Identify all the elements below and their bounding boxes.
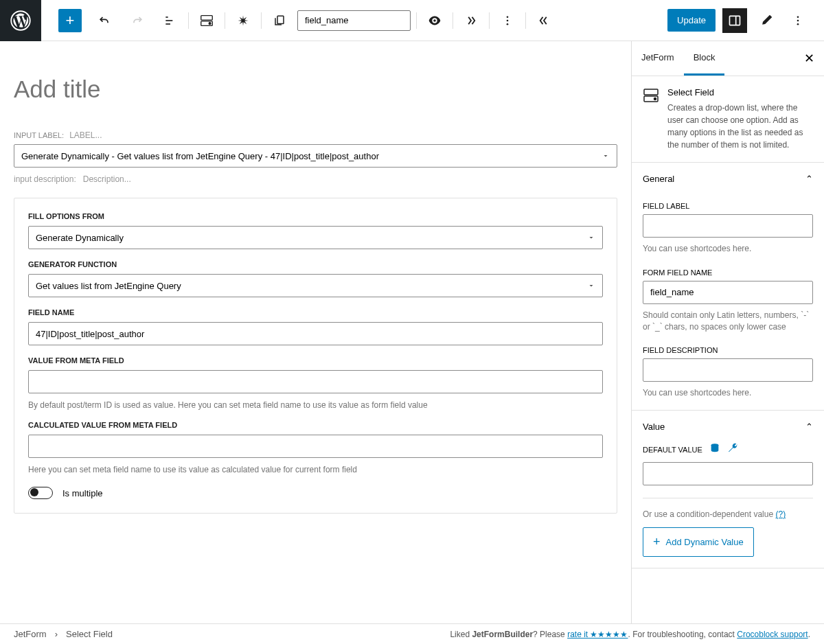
is-multiple-toggle[interactable]: [28, 487, 53, 499]
more-menu-icon[interactable]: [786, 8, 810, 33]
undo-button[interactable]: [92, 8, 117, 33]
input-label-prefix: INPUT LABEL:: [14, 131, 64, 139]
document-overview-button[interactable]: [158, 8, 183, 33]
desc-placeholder[interactable]: Description...: [83, 174, 131, 184]
svg-point-10: [507, 23, 509, 25]
field-name-toolbar-input[interactable]: [297, 10, 411, 31]
breadcrumb[interactable]: JetForm › Select Field: [14, 629, 113, 639]
wp-logo[interactable]: [0, 0, 41, 41]
asterisk-icon[interactable]: [231, 8, 255, 33]
main-select-field[interactable]: Generate Dynamically - Get values list f…: [14, 144, 617, 168]
tab-jetform[interactable]: JetForm: [632, 41, 684, 76]
calc-value-label: Calculated value from meta field: [28, 421, 603, 429]
value-meta-input[interactable]: [28, 370, 603, 393]
wrench-icon[interactable]: [727, 443, 738, 457]
field-name-label: Field Name: [28, 308, 603, 317]
copy-icon[interactable]: [267, 8, 292, 33]
editor-canvas: INPUT LABEL: LABEL... Generate Dynamical…: [0, 41, 632, 623]
field-description-label: Field Description: [643, 346, 813, 354]
calc-value-input[interactable]: [28, 435, 603, 458]
form-field-name-label: Form field name: [643, 268, 813, 277]
condition-text: Or use a condition-dependent value (?): [643, 498, 813, 519]
field-label-input[interactable]: [643, 214, 813, 238]
svg-rect-1: [165, 16, 168, 18]
visibility-icon[interactable]: [422, 8, 447, 33]
rate-link[interactable]: rate it ★★★★★: [567, 630, 628, 639]
chevron-up-icon: ⌃: [805, 422, 813, 432]
block-type-icon[interactable]: [194, 8, 219, 33]
support-link[interactable]: Crocoblock support: [737, 630, 808, 639]
chevron-left-icon[interactable]: [531, 8, 556, 33]
field-label-label: Field Label: [643, 202, 813, 210]
form-field-name-input[interactable]: [643, 281, 813, 304]
svg-rect-11: [730, 16, 740, 25]
add-block-button[interactable]: +: [58, 9, 82, 32]
input-label-placeholder[interactable]: LABEL...: [69, 130, 102, 140]
svg-rect-7: [277, 16, 284, 23]
svg-point-9: [507, 19, 509, 21]
update-button[interactable]: Update: [667, 9, 716, 32]
top-toolbar: + Update: [0, 0, 824, 41]
chevron-up-icon: ⌃: [805, 174, 813, 184]
svg-point-13: [797, 16, 799, 18]
block-description: Creates a drop-down list, where the user…: [667, 102, 813, 151]
svg-rect-4: [201, 15, 213, 19]
default-value-label: Default Value: [643, 446, 702, 454]
post-title-input[interactable]: [14, 76, 617, 103]
fill-options-select[interactable]: Generate Dynamically: [28, 226, 603, 249]
chevron-right-icon: ›: [55, 629, 58, 639]
styles-icon[interactable]: [754, 8, 779, 33]
sidebar-toggle-button[interactable]: [722, 8, 747, 33]
value-meta-label: Value from meta field: [28, 356, 603, 365]
footer-message: Liked JetFormBuilder? Please rate it ★★★…: [450, 630, 810, 639]
close-sidebar-icon[interactable]: ✕: [794, 41, 824, 76]
svg-rect-16: [644, 89, 658, 95]
fill-options-label: Fill Options From: [28, 212, 603, 220]
redo-button[interactable]: [125, 8, 150, 33]
select-field-icon: [643, 87, 659, 104]
options-panel: Fill Options From Generate Dynamically G…: [14, 198, 617, 514]
tab-block[interactable]: Block: [684, 41, 725, 76]
svg-point-14: [797, 19, 799, 21]
value-panel-header[interactable]: Value ⌃: [632, 411, 824, 443]
svg-rect-2: [165, 20, 172, 21]
block-title: Select Field: [667, 87, 813, 97]
field-label-help: You can use shortcodes here.: [643, 243, 813, 255]
svg-point-6: [209, 22, 211, 24]
database-icon[interactable]: [709, 443, 720, 457]
editor-footer: JetForm › Select Field Liked JetFormBuil…: [0, 623, 824, 644]
form-field-name-help: Should contain only Latin letters, numbe…: [643, 310, 813, 333]
settings-sidebar: JetForm Block ✕ Select Field Creates a d…: [632, 41, 824, 623]
condition-help-link[interactable]: (?): [775, 509, 786, 519]
value-meta-help: By default post/term ID is used as value…: [28, 400, 603, 410]
svg-point-18: [654, 98, 656, 100]
desc-prefix: input description:: [14, 174, 76, 184]
field-name-input[interactable]: [28, 322, 603, 345]
calc-value-help: Here you can set meta field name to use …: [28, 465, 603, 474]
default-value-input[interactable]: [643, 462, 813, 485]
more-options-icon[interactable]: [495, 8, 520, 33]
is-multiple-label: Is multiple: [62, 488, 103, 498]
generator-function-label: Generator Function: [28, 260, 603, 268]
chevron-right-icon[interactable]: [459, 8, 483, 33]
svg-rect-3: [165, 23, 170, 25]
svg-point-8: [507, 16, 509, 18]
field-description-help: You can use shortcodes here.: [643, 387, 813, 399]
field-description-input[interactable]: [643, 358, 813, 382]
svg-point-15: [797, 23, 799, 25]
add-dynamic-value-button[interactable]: + Add Dynamic Value: [643, 527, 754, 557]
general-panel-header[interactable]: General ⌃: [632, 163, 824, 195]
generator-function-select[interactable]: Get values list from JetEngine Query: [28, 274, 603, 297]
